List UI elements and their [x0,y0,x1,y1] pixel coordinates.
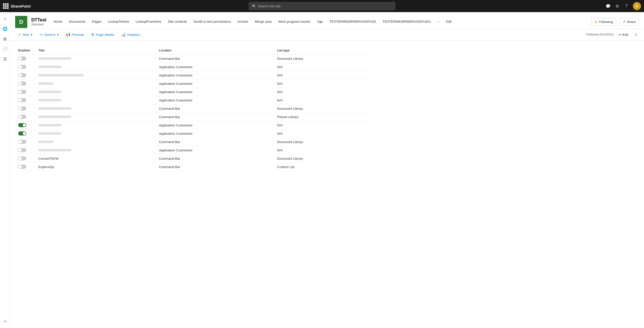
nav-item-home[interactable]: Home [51,16,65,28]
toggle-switch[interactable] [18,156,26,160]
title-skeleton [38,57,71,60]
table-cell-title [35,104,156,113]
toggle-switch[interactable] [18,148,26,152]
col-header-title: Title [35,47,156,54]
table-cell-listtype: N/A [274,79,369,88]
sendto-button[interactable]: ↪ Send to ▾ [37,31,61,38]
nav-item-tester1[interactable]: TESTERWEWRWERASDFASD [327,16,379,28]
table-row: Application CustomizerN/A [15,96,369,104]
col-header-listtype: List type [274,47,369,54]
table-cell-listtype: Document Library [274,138,369,146]
table-cell-location: Application Customizer [156,121,274,129]
col-header-enabled: Enabled [15,47,35,54]
table-cell-location: Command Bar [156,138,274,146]
analytics-button[interactable]: 📊 Analytics [119,31,143,38]
table-cell-location: Command Bar [156,54,274,63]
chat-icon[interactable]: 💬 [606,4,611,9]
toggle-switch[interactable] [18,90,26,94]
site-header-actions: ★ Following ↗ Share [591,18,639,26]
sendto-icon: ↪ [40,33,43,37]
help-icon[interactable]: ? [624,4,629,9]
table-cell-listtype: N/A [274,96,369,104]
sidebar-item-home[interactable]: ⌂ [1,14,10,23]
promote-label: Promote [72,33,84,37]
sidebar-item-list[interactable]: ☰ [1,54,10,64]
nav-item-edit[interactable]: Edit [443,16,455,28]
table-cell-listtype: N/A [274,146,369,154]
site-type: Standard [31,23,46,26]
search-bar[interactable]: 🔍 Search this site [249,2,395,10]
expand-button[interactable]: ⤢ [633,32,639,38]
action-bar: ＋ New ▾ ↪ Send to ▾ 📢 Promote ⚙ Page det… [10,29,644,41]
table-cell-listtype: N/A [274,129,369,138]
toggle-switch[interactable] [18,123,26,127]
table-cell-title [35,113,156,121]
table-cell-location: Command Bar [156,154,274,163]
table-cell-title [35,129,156,138]
nav-item-doclib[interactable]: Doclib to test permissions [190,16,234,28]
table-cell-title [35,71,156,79]
nav-item-lookupfromhere[interactable]: LookupFromHere [133,16,164,28]
toggle-switch[interactable] [18,65,26,69]
nav-item-age[interactable]: Age [314,16,326,28]
table-row: Application CustomizerN/A [15,146,369,154]
search-placeholder: Search this site [258,4,281,8]
table-cell-location: Command Bar [156,113,274,121]
search-icon: 🔍 [252,4,256,8]
table-cell-location: Application Customizer [156,96,274,104]
toggle-switch[interactable] [18,81,26,86]
toggle-switch[interactable] [18,165,26,169]
table-cell-location: Application Customizer [156,146,274,154]
table-cell-listtype: N/A [274,121,369,129]
app-logo[interactable]: SharePoint [3,3,38,9]
table-cell-listtype: Picture Library [274,113,369,121]
nav-item-documents[interactable]: Documents [66,16,88,28]
nav-more[interactable]: ··· [435,15,442,29]
col-header-location: Location [156,47,274,54]
top-bar: SharePoint 🔍 Search this site 💬 ⚙ ? D [0,0,644,12]
nav-item-lookupthere[interactable]: LookupToHere [105,16,132,28]
toggle-switch[interactable] [18,131,26,135]
share-button[interactable]: ↗ Share [619,18,639,25]
toggle-switch[interactable] [18,106,26,111]
share-icon: ↗ [623,20,625,24]
table-cell-listtype: Document Library [274,54,369,63]
nav-item-workprogress[interactable]: Work progress tracker [275,16,314,28]
sendto-label: Send to [44,33,56,37]
table-cell-title [35,138,156,146]
table-row: Command BarDocument Library [15,54,369,63]
action-bar-right: Published 6/14/2023 ✏ Edit ⤢ [586,32,639,38]
sidebar-item-apps[interactable]: ⊞ [1,34,10,43]
table-row: ConvertToPdfCommand BarDocument Library [15,154,369,163]
table-body: Command BarDocument LibraryApplication C… [15,54,369,171]
published-text: Published 6/14/2023 [586,33,613,36]
toggle-switch[interactable] [18,140,26,144]
following-button[interactable]: ★ Following [591,18,616,26]
table-cell-listtype: Document Library [274,154,369,163]
table-cell-title: ConvertToPdf [35,154,156,163]
table-row: Command BarDocument Library [15,138,369,146]
nav-item-pages[interactable]: Pages [89,16,104,28]
sidebar-item-document[interactable]: 📄 [1,44,10,53]
waffle-icon[interactable] [3,3,9,9]
settings-icon[interactable]: ⚙ [615,4,620,9]
sidebar-item-globe[interactable]: 🌐 [1,24,10,33]
pagedetails-button[interactable]: ⚙ Page details [89,31,117,38]
nav-item-tester2[interactable]: TESTERWEWRWERASDFASD1 [380,16,434,28]
nav-item-archive[interactable]: Archive [234,16,251,28]
toggle-switch[interactable] [18,73,26,77]
new-button[interactable]: ＋ New ▾ [15,31,35,38]
title-skeleton [38,107,71,110]
table-cell-title [35,96,156,104]
new-chevron-icon: ▾ [31,33,33,37]
nav-item-mergearea[interactable]: Merge area [252,16,275,28]
nav-item-sitecontents[interactable]: Site contents [165,16,190,28]
promote-button[interactable]: 📢 Promote [63,31,87,38]
avatar[interactable]: D [633,2,641,10]
title-skeleton [38,124,61,126]
edit-page-button[interactable]: ✏ Edit [617,32,630,38]
toggle-switch[interactable] [18,98,26,102]
toggle-switch[interactable] [18,115,26,119]
toggle-switch[interactable] [18,57,26,61]
table-row: Application CustomizerN/A [15,121,369,129]
